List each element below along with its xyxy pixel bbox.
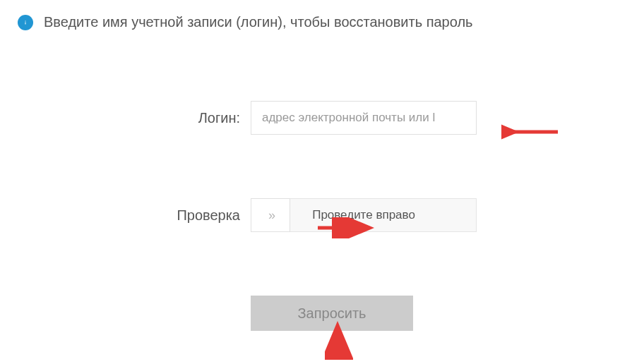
info-icon: [18, 15, 33, 30]
annotation-arrow-button: [325, 321, 353, 363]
annotation-arrow-login: [501, 121, 572, 145]
slider-handle[interactable]: »: [251, 198, 290, 232]
login-input[interactable]: [251, 101, 477, 135]
verification-label: Проверка: [141, 207, 240, 224]
annotation-arrow-slider: [311, 217, 381, 241]
info-text: Введите имя учетной записи (логин), чтоб…: [44, 14, 473, 30]
login-label: Логин:: [141, 110, 240, 126]
info-banner: Введите имя учетной записи (логин), чтоб…: [0, 0, 620, 44]
chevron-right-icon: »: [268, 208, 273, 223]
